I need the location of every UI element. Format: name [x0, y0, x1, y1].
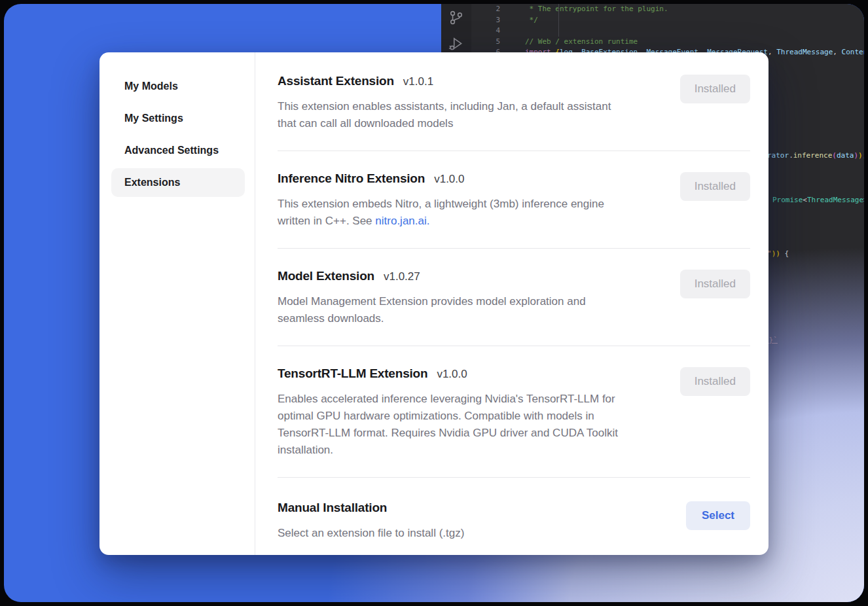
extension-info: Assistant Extensionv1.0.1This extension … [278, 72, 611, 132]
description-text: that can call all downloaded models [278, 117, 453, 130]
code-token: // Web / extension runtime [525, 37, 638, 46]
screen-reader-mode-button[interactable]: Screen Reader Optimized [780, 428, 864, 440]
code-token: * The entrypoint for the plugin. [525, 5, 668, 13]
extension-row-model-extension: Model Extensionv1.0.27Model Management E… [278, 249, 750, 346]
nitro-jan-ai-link[interactable]: nitro.jan.ai. [375, 215, 429, 227]
code-text: */ [525, 15, 538, 26]
extension-info: TensortRT-LLM Extensionv1.0.0Enables acc… [278, 365, 618, 459]
code-token: ThreadMessage [776, 48, 833, 56]
extension-row-manual-installation: Manual InstallationSelect an extension f… [278, 478, 750, 555]
code-token: ) [858, 151, 863, 160]
description-text: This extension enables assistants, inclu… [278, 100, 611, 113]
code-fragment: rator.inference(data)); [767, 151, 864, 162]
description-text: optimal GPU hardware optimizations. Comp… [278, 410, 594, 422]
code-token: ContentType, [842, 48, 864, 56]
line-number: 4 [471, 26, 500, 37]
code-lines: 2 * The entrypoint for the plugin.3 */45… [471, 4, 864, 58]
sidebar-item-extensions[interactable]: Extensions [111, 168, 245, 197]
extension-description: Model Management Extension provides mode… [278, 293, 586, 327]
extension-info: Manual InstallationSelect an extension f… [278, 499, 464, 542]
description-text: written in C++. See [278, 215, 375, 227]
description-text: This extension embeds Nitro, a lightweig… [278, 198, 604, 210]
code-line: 2 * The entrypoint for the plugin. [471, 4, 864, 15]
extension-title: TensortRT-LLM Extension [278, 365, 427, 383]
extension-row-tensortrt-llm-extension: TensortRT-LLM Extensionv1.0.0Enables acc… [278, 346, 750, 478]
description-text: installation. [278, 444, 333, 456]
desktop-canvas: 2 * The entrypoint for the plugin.3 */45… [4, 4, 864, 602]
code-token: Promise [772, 196, 803, 204]
select-extension-file-button[interactable]: Select [686, 501, 750, 530]
extension-title: Inference Nitro Extension [278, 169, 425, 188]
extension-row-assistant-extension: Assistant Extensionv1.0.1This extension … [278, 52, 750, 151]
installed-badge-model-extension[interactable]: Installed [680, 270, 750, 298]
settings-sidebar-list: My ModelsMy SettingsAdvanced SettingsExt… [111, 72, 245, 197]
extension-description: This extension embeds Nitro, a lightweig… [278, 196, 604, 230]
extension-head: Inference Nitro Extensionv1.0.0 [278, 169, 604, 188]
description-text: Model Management Extension provides mode… [278, 295, 586, 308]
extensions-panel: Assistant Extensionv1.0.1This extension … [255, 52, 769, 555]
extension-version: v1.0.27 [384, 270, 420, 283]
extension-title: Assistant Extension [278, 72, 394, 90]
installed-badge-inference-nitro-extension[interactable]: Installed [680, 172, 750, 201]
extension-head: TensortRT-LLM Extensionv1.0.0 [278, 365, 618, 383]
sidebar-item-my-settings[interactable]: My Settings [111, 104, 245, 133]
sidebar-item-advanced-settings[interactable]: Advanced Settings [111, 136, 245, 165]
extension-info: Inference Nitro Extensionv1.0.0This exte… [278, 169, 604, 230]
code-token: , [833, 48, 841, 56]
settings-sidebar: My ModelsMy SettingsAdvanced SettingsExt… [99, 52, 255, 555]
sidebar-item-my-models[interactable]: My Models [111, 72, 245, 101]
code-token: . [789, 151, 793, 160]
code-token: { [780, 249, 789, 258]
extension-title: Manual Installation [278, 499, 387, 517]
code-fragment: ")) { [767, 249, 789, 260]
code-token: )) [772, 249, 780, 258]
line-number: 3 [471, 15, 500, 26]
code-text: // Web / extension runtime [525, 37, 638, 48]
extension-head: Model Extensionv1.0.27 [278, 267, 586, 285]
description-text: TensorRT-LLM format. Requires Nvidia GPU… [278, 427, 618, 439]
code-token: data [837, 151, 854, 160]
indent-guide [558, 4, 559, 37]
extension-row-inference-nitro-extension: Inference Nitro Extensionv1.0.0This exte… [278, 151, 750, 249]
extension-head: Assistant Extensionv1.0.1 [278, 72, 611, 90]
code-token: */ [525, 16, 538, 24]
extension-description: Select an extension file to install (.tg… [278, 525, 464, 542]
line-number: 5 [471, 37, 500, 48]
extension-title: Model Extension [278, 267, 374, 285]
extension-description: This extension enables assistants, inclu… [278, 98, 611, 132]
code-token: ThreadMessage [807, 196, 863, 204]
code-token: ; [863, 151, 864, 160]
extension-info: Model Extensionv1.0.27Model Management E… [278, 267, 586, 327]
code-token: ( [832, 151, 837, 160]
extension-description: Enables accelerated inference leveraging… [278, 391, 618, 459]
extension-version: v1.0.1 [403, 75, 433, 88]
code-token: rator [767, 151, 789, 160]
code-line: 4 [471, 26, 864, 37]
code-token: < [803, 196, 807, 204]
extension-head: Manual Installation [278, 499, 464, 517]
description-text: Select an extension file to install (.tg… [278, 527, 464, 539]
run-debug-icon[interactable] [448, 35, 465, 52]
description-text: seamless downloads. [278, 312, 384, 325]
code-line: 5// Web / extension runtime [471, 37, 864, 48]
code-token: > [863, 196, 864, 204]
installed-badge-tensortrt-llm-extension[interactable]: Installed [680, 367, 750, 396]
code-fragment: Promise<ThreadMessage> [772, 195, 864, 206]
line-number: 2 [471, 4, 500, 15]
source-control-icon[interactable] [448, 9, 465, 26]
installed-badge-assistant-extension[interactable]: Installed [680, 75, 750, 103]
settings-modal: My ModelsMy SettingsAdvanced SettingsExt… [99, 52, 769, 555]
code-line: 3 */ [471, 15, 864, 26]
code-token: , [768, 48, 776, 56]
description-text: Enables accelerated inference leveraging… [278, 393, 615, 405]
extension-list: Assistant Extensionv1.0.1This extension … [278, 52, 750, 555]
code-token: inference [793, 151, 833, 160]
code-text: * The entrypoint for the plugin. [525, 4, 668, 15]
extension-version: v1.0.0 [437, 368, 467, 381]
extension-version: v1.0.0 [434, 173, 464, 186]
